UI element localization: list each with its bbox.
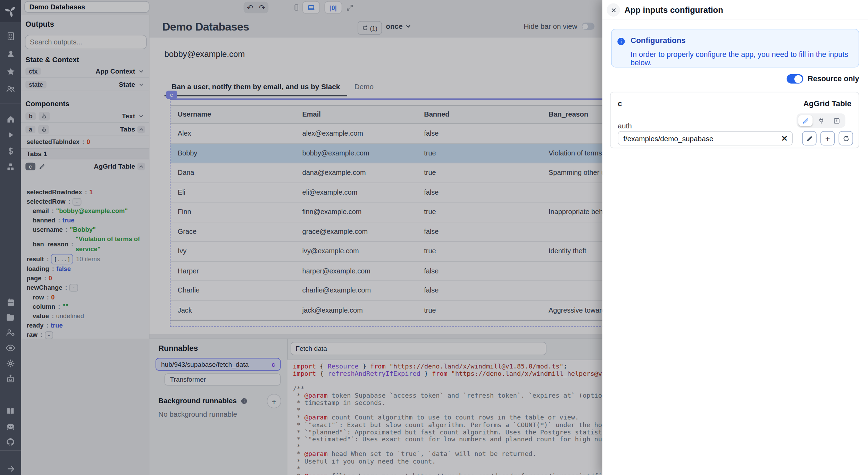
component-config-card: c AgGrid Table auth ✕ + (610, 92, 859, 149)
component-type: AgGrid Table (803, 99, 851, 108)
info-icon (617, 37, 626, 46)
resource-only-toggle[interactable] (787, 74, 803, 84)
close-icon[interactable] (607, 3, 620, 17)
static-input-tab-pencil-icon[interactable] (798, 115, 812, 126)
edit-resource-button[interactable] (802, 131, 816, 145)
connect-input-tab-plug-icon[interactable] (814, 115, 828, 126)
info-text: In order to properly configure the app, … (631, 50, 859, 67)
field-label: auth (618, 122, 632, 130)
configurations-info-box: Configurations In order to properly conf… (611, 29, 859, 68)
component-id: c (618, 99, 622, 108)
resource-path-input[interactable] (618, 134, 777, 143)
drawer-title: App inputs configuration (624, 5, 723, 14)
resource-only-row: Resource only (787, 74, 859, 84)
eval-input-tab-fx-icon[interactable] (829, 115, 843, 126)
add-resource-button[interactable]: + (820, 131, 835, 145)
info-title: Configurations (631, 36, 686, 45)
divider (602, 19, 868, 19)
windmill-app-editor: ↶ ↷ |0| Outputs State & Context ctx App … (0, 0, 868, 475)
resource-input-wrap: ✕ (618, 131, 793, 145)
refresh-resource-button[interactable] (839, 131, 853, 145)
resource-only-label: Resource only (808, 75, 859, 83)
input-kind-segmented-control (796, 113, 845, 128)
clear-resource-icon[interactable]: ✕ (777, 134, 792, 143)
app-inputs-drawer: App inputs configuration Configurations … (602, 0, 868, 475)
